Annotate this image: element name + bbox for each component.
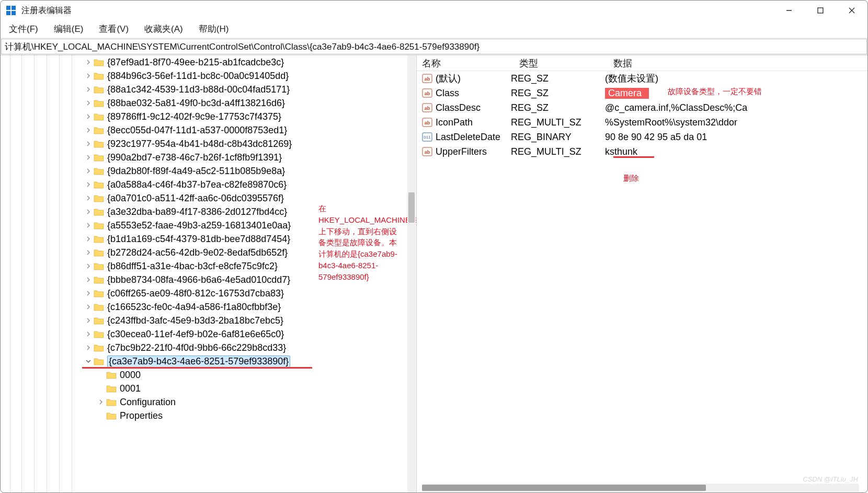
chevron-right-icon[interactable]: [84, 140, 93, 148]
tree-item-selected[interactable]: {ca3e7ab9-b4c3-4ae6-8251-579ef933890f}: [1, 354, 416, 368]
address-bar[interactable]: 计算机\HKEY_LOCAL_MACHINE\SYSTEM\CurrentCon…: [1, 39, 867, 54]
tree-item-label: {89786ff1-9c12-402f-9c9e-17753c7f4375}: [107, 111, 281, 122]
chevron-right-icon[interactable]: [84, 262, 93, 270]
chevron-right-icon[interactable]: [84, 316, 93, 325]
chevron-right-icon[interactable]: [84, 194, 93, 202]
tree-item[interactable]: {884b96c3-56ef-11d1-bc8c-00a0c91405dd}: [1, 69, 416, 83]
tree-item-label: 0000: [120, 370, 141, 381]
tree-item-label: {bbbe8734-08fa-4966-b6a6-4e5ad010cdd7}: [107, 274, 290, 285]
tree-item[interactable]: {87ef9ad1-8f70-49ee-b215-ab1fcadcbe3c}: [1, 55, 416, 69]
header-name[interactable]: 名称: [422, 57, 519, 70]
tree-item[interactable]: {89786ff1-9c12-402f-9c9e-17753c7f4375}: [1, 110, 416, 123]
header-data[interactable]: 数据: [613, 57, 867, 70]
tree-item[interactable]: {c243ffbd-3afc-45e9-b3d3-2ba18bc7ebc5}: [1, 314, 416, 327]
tree-item[interactable]: {88a1c342-4539-11d3-b88d-00c04fad5171}: [1, 83, 416, 96]
maximize-button[interactable]: [805, 1, 836, 20]
tree-pane[interactable]: {87ef9ad1-8f70-49ee-b215-ab1fcadcbe3c}{8…: [1, 55, 417, 492]
chevron-right-icon[interactable]: [84, 343, 93, 352]
values-horizontal-scrollbar[interactable]: [422, 484, 859, 492]
chevron-right-icon[interactable]: [84, 303, 93, 311]
tree-item-label: {c166523c-fe0c-4a94-a586-f1a80cfbbf3e}: [107, 302, 281, 313]
svg-rect-2: [6, 11, 10, 15]
folder-icon: [94, 316, 104, 325]
tree-item[interactable]: {c06ff265-ae09-48f0-812c-16753d7cba83}: [1, 286, 416, 300]
chevron-right-icon[interactable]: [84, 167, 93, 175]
chevron-right-icon: [97, 384, 105, 393]
menu-favorites[interactable]: 收藏夹(A): [141, 22, 186, 36]
folder-icon: [94, 235, 104, 243]
svg-rect-3: [12, 11, 16, 15]
tree-item-label: {c7bc9b22-21f0-4f0d-9bb6-66c229b8cd33}: [107, 342, 286, 353]
chevron-right-icon[interactable]: [84, 276, 93, 284]
tree-item[interactable]: Properties: [1, 409, 416, 422]
chevron-right-icon[interactable]: [84, 330, 93, 338]
tree-item[interactable]: {c7bc9b22-21f0-4f0d-9bb6-66c229b8cd33}: [1, 341, 416, 354]
value-type: REG_BINARY: [511, 132, 605, 143]
value-row[interactable]: 011LastDeleteDateREG_BINARY90 8e 90 42 9…: [417, 130, 867, 144]
values-pane[interactable]: 名称 类型 数据 ab(默认)REG_SZ(数值未设置)abClassREG_S…: [417, 55, 867, 492]
chevron-down-icon[interactable]: [84, 357, 93, 365]
minimize-button[interactable]: [773, 1, 805, 20]
tree-item[interactable]: {a0a588a4-c46f-4b37-b7ea-c82fe89870c6}: [1, 178, 416, 191]
folder-icon: [94, 99, 104, 107]
menu-edit[interactable]: 编辑(E): [51, 22, 87, 36]
chevron-right-icon[interactable]: [84, 112, 93, 121]
header-type[interactable]: 类型: [519, 57, 613, 70]
folder-icon: [94, 72, 104, 80]
tree-item[interactable]: {88bae032-5a81-49f0-bc3d-a4ff138216d6}: [1, 96, 416, 110]
value-row[interactable]: abClassREG_SZCamera: [417, 86, 867, 100]
tree-item[interactable]: {9da2b80f-f89f-4a49-a5c2-511b085b9e8a}: [1, 164, 416, 178]
chevron-right-icon[interactable]: [84, 99, 93, 107]
svg-rect-1: [12, 6, 16, 10]
window-title: 注册表编辑器: [21, 5, 72, 16]
chevron-right-icon[interactable]: [84, 126, 93, 134]
chevron-right-icon[interactable]: [84, 235, 93, 243]
tree-item[interactable]: {8ecc055d-047f-11d1-a537-0000f8753ed1}: [1, 123, 416, 137]
chevron-right-icon[interactable]: [84, 180, 93, 189]
folder-icon: [94, 221, 104, 230]
svg-text:ab: ab: [425, 150, 430, 155]
tree-item-label: {a3e32dba-ba89-4f17-8386-2d0127fbd4cc}: [107, 207, 287, 217]
menu-help[interactable]: 帮助(H): [196, 22, 232, 36]
chevron-right-icon[interactable]: [84, 85, 93, 94]
svg-text:ab: ab: [425, 106, 430, 111]
chevron-right-icon[interactable]: [84, 208, 93, 216]
chevron-right-icon[interactable]: [84, 248, 93, 257]
values-header[interactable]: 名称 类型 数据: [417, 55, 867, 71]
tree-item-label: {88bae032-5a81-49f0-bc3d-a4ff138216d6}: [107, 98, 285, 109]
tree-item[interactable]: 0001: [1, 382, 416, 395]
value-row[interactable]: abIconPathREG_MULTI_SZ%SystemRoot%\syste…: [417, 115, 867, 130]
tree-item-label: {ca3e7ab9-b4c3-4ae6-8251-579ef933890f}: [107, 356, 290, 368]
tree-item[interactable]: Configuration: [1, 395, 416, 409]
menu-file[interactable]: 文件(F): [6, 22, 41, 36]
scrollbar-thumb[interactable]: [422, 485, 706, 491]
chevron-right-icon[interactable]: [84, 221, 93, 230]
menu-view[interactable]: 查看(V): [96, 22, 132, 36]
tree-vertical-scrollbar[interactable]: [407, 55, 416, 492]
tree-item-label: {c06ff265-ae09-48f0-812c-16753d7cba83}: [107, 288, 284, 299]
svg-text:011: 011: [424, 135, 431, 140]
value-data: %SystemRoot%\system32\ddor: [605, 117, 867, 128]
string-value-icon: ab: [422, 147, 432, 156]
chevron-right-icon[interactable]: [84, 289, 93, 297]
string-value-icon: ab: [422, 103, 432, 112]
value-row[interactable]: abClassDescREG_SZ@c_camera.inf,%ClassDes…: [417, 100, 867, 115]
tree-item[interactable]: {990a2bd7-e738-46c7-b26f-1cf8fb9f1391}: [1, 151, 416, 164]
tree-item[interactable]: {c30ecea0-11ef-4ef9-b02e-6af81e6e65c0}: [1, 327, 416, 341]
registry-editor-window: 注册表编辑器 文件(F) 编辑(E) 查看(V) 收藏夹(A) 帮助(H) 计算…: [0, 0, 868, 493]
tree-item[interactable]: {c166523c-fe0c-4a94-a586-f1a80cfbbf3e}: [1, 300, 416, 314]
value-type: REG_MULTI_SZ: [511, 146, 605, 157]
tree-item[interactable]: 0000: [1, 368, 416, 382]
chevron-right-icon[interactable]: [84, 58, 93, 66]
chevron-right-icon[interactable]: [84, 153, 93, 162]
value-type: REG_SZ: [511, 73, 605, 84]
close-button[interactable]: [836, 1, 867, 20]
folder-icon: [106, 398, 117, 406]
chevron-right-icon[interactable]: [84, 72, 93, 80]
chevron-right-icon[interactable]: [97, 398, 105, 406]
tree-item[interactable]: {923c1977-954a-4b41-b48d-c8b43dc81269}: [1, 137, 416, 151]
folder-icon: [106, 384, 117, 393]
value-row[interactable]: ab(默认)REG_SZ(数值未设置): [417, 71, 867, 86]
tree-item-label: {923c1977-954a-4b41-b48d-c8b43dc81269}: [107, 139, 292, 150]
scrollbar-thumb[interactable]: [408, 192, 415, 223]
